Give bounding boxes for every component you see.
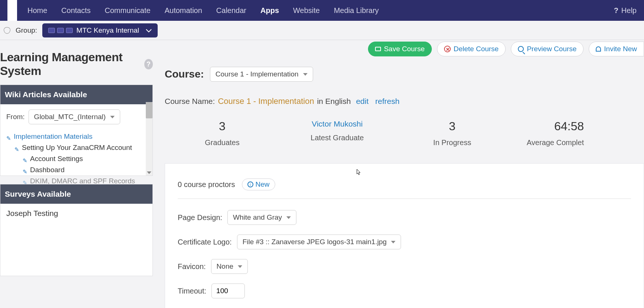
wiki-from-row: From: Global_MTC_(Internal) xyxy=(6,109,147,124)
context-bar: Group: MTC Kenya Internal xyxy=(0,21,644,40)
nav-media-library[interactable]: Media Library xyxy=(334,6,379,15)
dropdown-arrow-icon xyxy=(238,265,242,268)
help-link[interactable]: ? Help xyxy=(614,6,637,15)
nav-apps[interactable]: Apps xyxy=(260,6,279,15)
dropdown-arrow-icon xyxy=(303,73,308,76)
wiki-scroll-down-icon[interactable] xyxy=(146,170,152,176)
surveys-panel-body: Joseph Testing xyxy=(0,204,152,223)
timeout-input[interactable] xyxy=(211,284,245,298)
survey-item[interactable]: Joseph Testing xyxy=(6,209,147,218)
cert-logo-dropdown[interactable]: File #3 :: Zanaverse JPEG logos-31 main1… xyxy=(237,235,401,249)
favicon-value: None xyxy=(217,262,233,271)
top-nav: Home Contacts Communicate Automation Cal… xyxy=(0,0,644,21)
nav-automation[interactable]: Automation xyxy=(165,6,202,15)
nav-communicate[interactable]: Communicate xyxy=(105,6,150,15)
wiki-scrollbar-thumb[interactable] xyxy=(146,102,152,118)
content-area: Learning Management System ? Wiki Articl… xyxy=(0,40,644,308)
course-config-box: 0 course proctors i New Page Design: Whi… xyxy=(165,163,644,308)
course-lang-text: in English xyxy=(317,97,351,106)
wiki-item-implementation-materials[interactable]: Implementation Materials xyxy=(6,131,147,142)
invite-new-button[interactable]: Invite New xyxy=(589,42,644,56)
help-label: Help xyxy=(621,6,637,15)
page-help-icon[interactable]: ? xyxy=(144,59,153,69)
course-label: Course: xyxy=(165,68,204,80)
stat-graduates-number: 3 xyxy=(165,119,280,133)
proctors-count: 0 course proctors xyxy=(178,180,235,189)
wiki-panel: Wiki Articles Available From: Global_MTC… xyxy=(0,85,153,176)
group-icons xyxy=(48,28,73,33)
stat-graduates: 3 Graduates xyxy=(165,119,280,147)
search-icon xyxy=(518,46,524,52)
page-design-value: White and Gray xyxy=(233,213,282,222)
save-icon xyxy=(375,47,381,51)
stat-in-progress: 3 In Progress xyxy=(395,119,510,147)
page-design-row: Page Design: White and Gray xyxy=(178,210,631,225)
wiki-scrollbar-track[interactable] xyxy=(146,102,152,176)
delete-course-button[interactable]: Delete Course xyxy=(437,42,506,56)
pencil-icon xyxy=(14,145,20,150)
wiki-item-account-settings[interactable]: Account Settings xyxy=(23,153,147,164)
pencil-icon xyxy=(6,134,12,139)
stat-inprogress-label: In Progress xyxy=(395,138,510,147)
page-design-label: Page Design: xyxy=(178,213,222,222)
cert-logo-row: Certificate Logo: File #3 :: Zanaverse J… xyxy=(178,235,631,249)
preview-course-button[interactable]: Preview Course xyxy=(511,42,584,56)
preview-label: Preview Course xyxy=(527,45,576,53)
dropdown-arrow-icon xyxy=(286,216,291,219)
app-logo[interactable] xyxy=(7,0,17,21)
timeout-label: Timeout: xyxy=(178,287,206,295)
nav-home[interactable]: Home xyxy=(27,6,47,15)
favicon-dropdown[interactable]: None xyxy=(211,259,248,274)
course-dropdown-value: Course 1 - Implementation xyxy=(216,70,299,78)
course-selector-row: Course: Course 1 - Implementation xyxy=(165,67,644,82)
stat-latest-name[interactable]: Victor Mukoshi xyxy=(280,119,395,128)
nav-website[interactable]: Website xyxy=(293,6,320,15)
course-name-value: Course 1 - Implementation xyxy=(218,96,314,106)
nav-calendar[interactable]: Calendar xyxy=(216,6,246,15)
nav-links: Home Contacts Communicate Automation Cal… xyxy=(27,6,379,15)
stat-avg-label: Average Complet xyxy=(510,138,584,147)
stats-row: 3 Graduates Victor Mukoshi Latest Gradua… xyxy=(165,119,644,147)
new-proctor-label: New xyxy=(256,180,270,189)
stat-inprogress-number: 3 xyxy=(395,119,510,133)
save-label: Save Course xyxy=(384,45,425,53)
wiki-item-dashboard[interactable]: Dashboard xyxy=(23,164,147,176)
wiki-tree-label: Implementation Materials xyxy=(14,132,92,141)
group-label: Group: xyxy=(16,26,37,35)
microphone-icon[interactable] xyxy=(4,27,10,34)
favicon-label: Favicon: xyxy=(178,262,206,271)
group-value: MTC Kenya Internal xyxy=(76,26,139,35)
wiki-tree-label: Account Settings xyxy=(30,155,83,163)
surveys-panel: Surveys Available Joseph Testing xyxy=(0,184,153,276)
pencil-icon xyxy=(23,156,28,161)
page-header: Learning Management System ? xyxy=(0,50,153,78)
stat-latest-label: Latest Graduate xyxy=(280,134,395,142)
course-dropdown[interactable]: Course 1 - Implementation xyxy=(210,67,313,82)
course-refresh-link[interactable]: refresh xyxy=(375,97,400,106)
wiki-from-dropdown[interactable]: Global_MTC_(Internal) xyxy=(29,109,120,124)
stat-latest-graduate: Victor Mukoshi Latest Graduate xyxy=(280,119,395,147)
left-column: Learning Management System ? Wiki Articl… xyxy=(0,40,153,308)
save-course-button[interactable]: Save Course xyxy=(368,42,432,56)
chevron-down-icon xyxy=(146,26,152,35)
course-edit-link[interactable]: edit xyxy=(356,97,369,106)
pencil-icon xyxy=(23,178,28,184)
wiki-tree-label: Dashboard xyxy=(30,166,65,174)
wiki-panel-title: Wiki Articles Available xyxy=(0,85,152,104)
stat-avg-number: 64:58 xyxy=(510,119,584,133)
wiki-from-value: Global_MTC_(Internal) xyxy=(34,113,106,121)
invite-label: Invite New xyxy=(604,45,637,53)
delete-label: Delete Course xyxy=(454,45,499,53)
new-proctor-button[interactable]: i New xyxy=(242,178,275,190)
right-column: Save Course Delete Course Preview Course… xyxy=(153,40,644,308)
page-design-dropdown[interactable]: White and Gray xyxy=(227,210,296,225)
stat-avg-completion: 64:58 Average Complet xyxy=(510,119,584,147)
wiki-from-label: From: xyxy=(6,113,25,121)
wiki-item-setup-account[interactable]: Setting Up Your ZanaCRM Account xyxy=(14,142,147,153)
delete-icon xyxy=(444,46,451,52)
wiki-tree-label: Setting Up Your ZanaCRM Account xyxy=(22,144,132,152)
help-icon: ? xyxy=(614,6,618,15)
page-title: Learning Management System xyxy=(0,50,139,78)
group-dropdown[interactable]: MTC Kenya Internal xyxy=(42,23,158,37)
nav-contacts[interactable]: Contacts xyxy=(61,6,91,15)
